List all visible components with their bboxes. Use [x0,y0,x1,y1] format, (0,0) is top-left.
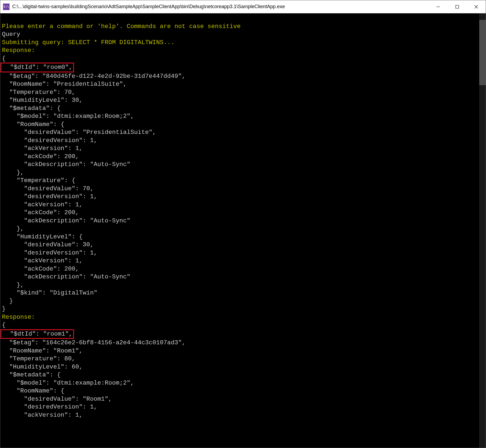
json-line: "ackVersion": 1, [2,201,83,208]
app-icon-text: C:\ [4,5,9,8]
json-line: "RoomName": { [2,387,64,394]
json-line: "ackVersion": 1, [2,145,83,152]
json-line: { [2,55,6,62]
json-line: } [2,297,13,305]
json-line: "$model": "dtmi:example:Room;2", [2,379,134,386]
scrollbar[interactable] [479,13,486,448]
scrollbar-thumb[interactable] [479,20,486,85]
json-line: "Temperature": 80, [2,355,75,362]
json-line: }, [2,281,24,289]
json-line: } [2,305,6,312]
minimize-button[interactable] [429,0,448,13]
json-line: "desiredValue": "PresidentialSuite", [2,129,156,136]
close-button[interactable] [467,0,486,13]
json-line: "HumidityLevel": { [2,233,83,240]
json-line: "desiredValue": "Room1", [2,395,112,403]
json-line: "$kind": "DigitalTwin" [2,289,97,296]
json-line: "desiredVersion": 1, [2,137,97,144]
json-line: "ackCode": 200, [2,153,79,160]
json-line: "RoomName": { [2,121,64,128]
json-line: "$etag": "164c26e2-6bf8-4156-a2e4-44c3c0… [2,339,185,346]
json-line: "ackVersion": 1, [2,257,83,264]
json-line: "Temperature": { [2,177,75,184]
window-controls [429,0,486,13]
json-line: "HumidityLevel": 60, [2,363,83,370]
json-dtid-highlight: "$dtId": "room1", [1,329,74,339]
json-line: "$model": "dtmi:example:Room;2", [2,113,134,120]
console-output[interactable]: Please enter a command or 'help'. Comman… [0,13,486,448]
json-dtid-highlight: "$dtId": "room0", [1,63,74,72]
json-line: "ackCode": 200, [2,265,79,272]
app-icon: C:\ [3,4,10,10]
json-line: "ackVersion": 1, [2,412,83,419]
json-line: "ackDescription": "Auto-Sync" [2,217,131,224]
json-line: { [2,321,6,329]
json-line: "$etag": "840d45fe-d122-4e2d-92be-31d7e4… [2,73,185,80]
json-line: }, [2,169,24,176]
window-title: C:\...\digital-twins-samples\buildingSce… [12,4,429,10]
json-line: "$metadata": { [2,371,61,378]
json-line: "desiredValue": 70, [2,185,94,192]
json-line: "$metadata": { [2,105,61,112]
json-line: "desiredVersion": 1, [2,403,97,410]
json-line: "desiredVersion": 1, [2,193,97,200]
json-line: "Temperature": 70, [2,89,75,96]
json-line: "RoomName": "PresidentialSuite", [2,81,127,88]
json-line: "RoomName": "Room1", [2,347,83,354]
json-line: "desiredVersion": 1, [2,249,97,256]
json-line: "ackCode": 200, [2,209,79,216]
console-response-label: Response: [2,314,35,321]
app-window: C:\ C:\...\digital-twins-samples\buildin… [0,0,486,448]
json-line: "ackDescription": "Auto-Sync" [2,273,131,280]
console-input-line: Query [2,31,20,38]
titlebar[interactable]: C:\ C:\...\digital-twins-samples\buildin… [0,0,486,13]
console-prompt-line: Please enter a command or 'help'. Comman… [2,23,241,30]
json-line: "HumidityLevel": 30, [2,97,83,104]
svg-rect-1 [456,5,459,8]
json-line: }, [2,225,24,232]
json-line: "desiredValue": 30, [2,241,94,248]
console-response-label: Response: [2,47,35,54]
maximize-button[interactable] [448,0,467,13]
json-line: "ackDescription": "Auto-Sync" [2,161,131,168]
console-submitting-line: Submitting query: SELECT * FROM DIGITALT… [2,39,175,46]
